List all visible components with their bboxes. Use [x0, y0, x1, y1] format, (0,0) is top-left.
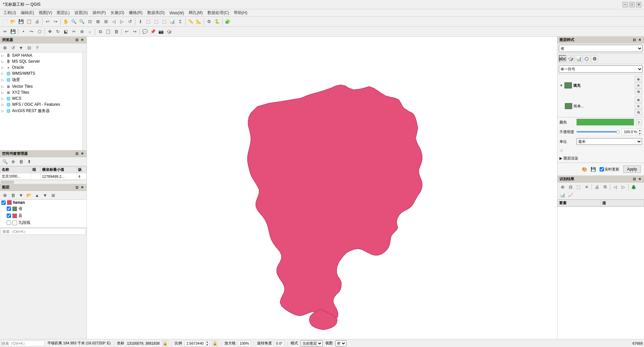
style-icon-3d[interactable]: 🎲: [567, 55, 574, 62]
browser-item-arcgis[interactable]: ▷ 🌐 ArcGIS REST 服务器: [0, 107, 87, 114]
edit-btn[interactable]: ✏: [1, 28, 9, 35]
map-area[interactable]: [87, 37, 557, 339]
identify-btn[interactable]: ℹ: [137, 18, 144, 25]
pin-btn[interactable]: 📌: [149, 28, 157, 35]
fill-sub-dup-btn[interactable]: ⧉: [635, 109, 642, 115]
menu-help[interactable]: 帮助(H): [232, 9, 250, 16]
3d-btn[interactable]: 🎲: [165, 28, 173, 35]
style-icon-mask[interactable]: ⬡: [583, 55, 590, 62]
ninedash-checkbox[interactable]: [7, 221, 11, 225]
menu-web[interactable]: Web(W): [167, 10, 186, 16]
identify-nav-prev-btn[interactable]: ◁: [612, 183, 619, 191]
layers-up-btn[interactable]: ▲: [33, 192, 41, 199]
legend-expand[interactable]: ▶: [559, 156, 562, 160]
identify-expand-btn[interactable]: ⊕: [559, 183, 566, 191]
opacity-input[interactable]: [622, 130, 634, 134]
browser-help-btn[interactable]: ?: [33, 44, 41, 51]
identify-print-btn[interactable]: 🖨: [593, 183, 601, 191]
browser-filter-btn[interactable]: ▼: [17, 44, 25, 51]
style-float-btn[interactable]: ⊡: [632, 38, 637, 42]
browser-item-vector-tiles[interactable]: ▷ ⊞ Vector Tiles: [0, 83, 87, 89]
select-loc-btn[interactable]: ⬚: [161, 18, 168, 25]
fill-dup-btn[interactable]: ⧉: [635, 89, 642, 95]
identify-graph-btn[interactable]: 📈: [567, 191, 574, 199]
menu-edit[interactable]: 编辑(E): [19, 9, 36, 16]
layer-item-county[interactable]: 县: [0, 212, 87, 219]
scale-up[interactable]: ▲: [205, 341, 209, 343]
zoom-prev-btn[interactable]: ◁: [110, 18, 118, 25]
undo-btn[interactable]: ↩: [44, 18, 51, 25]
browser-item-oracle[interactable]: ▷ ● Oracle: [0, 64, 87, 70]
apply-button[interactable]: Apply: [623, 165, 641, 173]
select-btn[interactable]: ⬚: [145, 18, 152, 25]
browser-add-btn[interactable]: ⊕: [1, 44, 9, 51]
style-layer-selector[interactable]: 省: [559, 45, 643, 52]
new-project-btn[interactable]: 📄: [1, 18, 9, 25]
bookmarks-close-btn[interactable]: ✕: [80, 151, 85, 156]
identify-clear-btn[interactable]: ✕: [583, 183, 590, 191]
move-feature-btn[interactable]: ✥: [46, 28, 53, 35]
bookmark-row-1[interactable]: 北京1000... 12789499.2... 4: [0, 173, 87, 180]
split-btn[interactable]: ✂: [70, 28, 77, 35]
fill-add-btn[interactable]: ⊕: [635, 76, 642, 82]
layers-remove-btn[interactable]: 🗑: [9, 192, 17, 199]
status-view-select[interactable]: 村: [335, 340, 346, 346]
paste-btn[interactable]: 📋: [105, 28, 112, 35]
layers-down-btn[interactable]: ▼: [41, 192, 49, 199]
browser-item-xyz[interactable]: ▷ ⊞ XYZ Tiles: [0, 89, 87, 95]
browser-item-wmswmts[interactable]: ▷ 🌐 WMS/WMTS: [0, 70, 87, 76]
xyz-expand[interactable]: ▷: [1, 91, 5, 94]
bm-search-btn[interactable]: 🔍: [1, 158, 9, 165]
bookmarks-float-btn[interactable]: ⊡: [74, 151, 79, 156]
realtime-checkbox[interactable]: [600, 167, 604, 171]
draw-poly-btn[interactable]: ⬡: [36, 28, 43, 35]
layers-group-btn[interactable]: ⊞: [49, 192, 57, 199]
bm-export-btn[interactable]: ⬆: [25, 158, 33, 165]
wms-expand[interactable]: ▷: [1, 72, 5, 75]
delete-btn[interactable]: 🗑: [113, 28, 120, 35]
browser-collapse-btn[interactable]: ⊟: [25, 44, 33, 51]
zoom-selection-btn[interactable]: ⊞: [102, 18, 110, 25]
browser-item-mssql[interactable]: ▷ 🗄 MS SQL Server: [0, 58, 87, 64]
save-project-btn[interactable]: 💾: [17, 18, 25, 25]
menu-settings[interactable]: 设置(S): [72, 9, 90, 16]
menu-processing[interactable]: 数据处理(C): [205, 9, 231, 16]
menu-mesh[interactable]: 网孔(M): [187, 9, 205, 16]
menu-project[interactable]: 工程(J): [1, 9, 18, 16]
renderer-select[interactable]: 单一符号: [559, 65, 643, 73]
status-coord-lock[interactable]: 🔒: [162, 340, 168, 346]
bm-del-btn[interactable]: 🗑: [17, 158, 25, 165]
style-icon-diagram[interactable]: 📊: [575, 55, 582, 62]
redo-btn[interactable]: ↪: [52, 18, 59, 25]
plugin-mgr-btn[interactable]: 🧩: [224, 18, 231, 25]
opacity-up[interactable]: ▲: [638, 129, 642, 132]
draw-line-btn[interactable]: 〜: [28, 28, 35, 35]
save-style-btn[interactable]: 💾: [590, 165, 597, 173]
menu-database[interactable]: 数据库(D): [145, 9, 167, 16]
wfs-expand[interactable]: ▷: [1, 103, 5, 106]
layer-group-henan[interactable]: henan: [0, 200, 87, 205]
browser-close-btn[interactable]: ✕: [80, 38, 85, 42]
save-edits-btn[interactable]: 💾: [9, 28, 17, 35]
fill-expand-icon[interactable]: ▼: [559, 83, 563, 87]
opacity-down[interactable]: ▼: [638, 132, 642, 135]
menu-layer[interactable]: 图层(L): [55, 9, 72, 16]
style-icon-render[interactable]: ⚙: [591, 55, 598, 62]
vt-expand[interactable]: ▷: [1, 85, 5, 88]
measure-area-btn[interactable]: 📐: [195, 18, 202, 25]
color-history-btn[interactable]: 🎨: [581, 165, 588, 173]
maximize-button[interactable]: □: [629, 2, 635, 7]
close-button[interactable]: ✕: [636, 2, 641, 7]
color-picker-btn[interactable]: [577, 119, 634, 125]
zoom-out-btn[interactable]: 🔍: [78, 18, 86, 25]
browser-item-saphana[interactable]: ▷ 🗄 SAP HANA: [0, 52, 87, 58]
menu-vector[interactable]: 矢量(O): [109, 9, 126, 16]
mssql-expand[interactable]: ▷: [1, 60, 5, 63]
refresh-btn[interactable]: ↺: [126, 18, 134, 25]
rotate-btn[interactable]: ↻: [54, 28, 61, 35]
merge-btn[interactable]: ⊕: [78, 28, 86, 35]
scale-down[interactable]: ▼: [205, 343, 209, 346]
identify-collapse-btn[interactable]: ⊟: [567, 183, 574, 191]
fill-del-btn[interactable]: ✕: [635, 82, 642, 88]
measure-btn[interactable]: 📏: [187, 18, 194, 25]
